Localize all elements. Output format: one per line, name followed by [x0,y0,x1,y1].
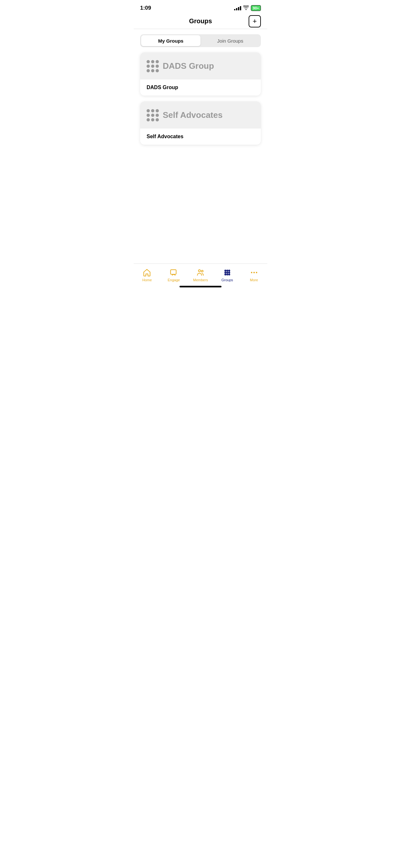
svg-point-3 [224,270,226,272]
header: Groups + [134,14,267,29]
svg-point-4 [226,270,228,272]
svg-point-2 [202,270,203,272]
svg-point-9 [224,274,226,275]
svg-point-7 [226,272,228,274]
page-title: Groups [189,18,212,25]
more-icon [250,268,258,277]
bottom-nav: Home Engage Members Gro [134,264,267,289]
group-card-body-dads: DADS Group [140,80,261,96]
status-time: 1:09 [140,5,151,11]
groups-list: DADS Group DADS Group Self Advocates Sel… [134,52,267,145]
svg-point-8 [228,272,230,274]
nav-item-members[interactable]: Members [191,268,210,282]
nav-item-home[interactable]: Home [137,268,157,282]
group-card-name-self-advocates: Self Advocates [147,134,183,139]
group-card-body-self-advocates: Self Advocates [140,128,261,145]
nav-item-more[interactable]: More [244,268,264,282]
home-icon [143,268,151,277]
nav-label-engage: Engage [167,278,180,282]
group-card-title-self-advocates: Self Advocates [163,110,222,120]
group-icon-dads [147,60,158,72]
status-icons: 90+ [234,5,261,11]
home-indicator [180,286,221,287]
svg-point-1 [198,270,201,272]
svg-point-10 [226,274,228,275]
group-icon-self-advocates [147,109,158,121]
svg-point-12 [251,272,252,273]
add-group-button[interactable]: + [249,15,261,27]
nav-label-more: More [250,278,258,282]
nav-label-members: Members [193,278,208,282]
tab-switcher: My Groups Join Groups [140,34,261,47]
svg-point-6 [224,272,226,274]
svg-rect-0 [171,270,176,274]
group-card-header-self-advocates: Self Advocates [140,101,261,128]
nav-item-groups[interactable]: Groups [218,268,237,282]
status-bar: 1:09 90+ [134,0,267,14]
svg-point-5 [228,270,230,272]
engage-icon [169,268,178,277]
nav-label-groups: Groups [221,278,233,282]
svg-point-11 [228,274,230,275]
nav-label-home: Home [143,278,152,282]
svg-point-14 [256,272,257,273]
tab-join-groups[interactable]: Join Groups [201,35,260,46]
nav-item-engage[interactable]: Engage [164,268,183,282]
group-card-name-dads: DADS Group [147,85,178,90]
svg-point-13 [253,272,254,273]
group-card-dads[interactable]: DADS Group DADS Group [140,52,261,96]
group-card-header-dads: DADS Group [140,52,261,80]
group-card-self-advocates[interactable]: Self Advocates Self Advocates [140,101,261,145]
battery-icon: 90+ [251,5,261,11]
members-icon [196,268,205,277]
wifi-icon [243,5,249,11]
plus-icon: + [253,18,257,25]
signal-icon [234,6,241,10]
groups-icon [223,268,232,277]
tab-my-groups[interactable]: My Groups [141,35,201,46]
group-card-title-dads: DADS Group [163,61,214,71]
